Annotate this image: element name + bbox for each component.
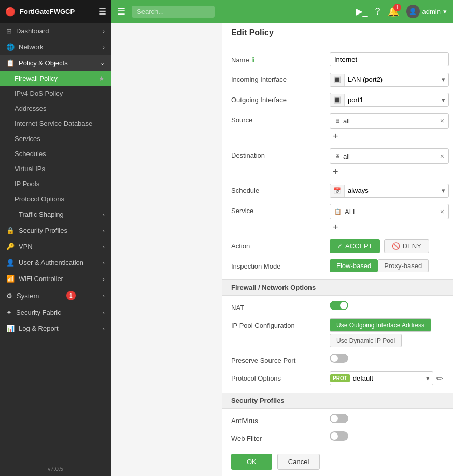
preserve-source-toggle[interactable]: [330, 354, 348, 363]
proxy-based-label: Proxy-based: [384, 262, 422, 270]
search-input[interactable]: [132, 6, 215, 18]
hamburger-icon[interactable]: ☰: [98, 7, 106, 17]
source-label: Source: [231, 113, 330, 124]
service-row: Service 📋 ALL × +: [231, 201, 444, 236]
web-filter-toggle[interactable]: [330, 431, 348, 441]
incoming-interface-select[interactable]: LAN (port2): [345, 73, 438, 86]
info-icon[interactable]: ℹ: [252, 55, 254, 64]
destination-add-btn[interactable]: +: [330, 166, 449, 177]
nat-label: NAT: [231, 301, 330, 312]
ok-label: OK: [247, 458, 257, 466]
use-outgoing-btn[interactable]: Use Outgoing Interface Address: [330, 318, 431, 332]
service-tag-close[interactable]: ×: [440, 207, 444, 216]
inspection-mode-label: Inspection Mode: [231, 259, 330, 270]
policy-icon: 📋: [6, 59, 15, 67]
preserve-source-toggle-wrap[interactable]: [330, 354, 444, 363]
sidebar-label: VPN: [19, 243, 33, 250]
incoming-interface-label: Incoming Interface: [231, 73, 330, 83]
sidebar-item-internet-service-db[interactable]: Internet Service Database: [0, 116, 111, 131]
user-icon: 👤: [6, 259, 15, 267]
sidebar-item-virtual-ips[interactable]: Virtual IPs: [0, 161, 111, 176]
destination-tag-close[interactable]: ×: [440, 152, 444, 160]
bell-wrap[interactable]: 🔔 1: [388, 6, 399, 17]
flow-based-label: Flow-based: [336, 262, 371, 270]
sidebar-item-security-profiles[interactable]: 🔒 Security Profiles ›: [0, 222, 111, 239]
sidebar-item-vpn[interactable]: 🔑 VPN ›: [0, 239, 111, 255]
sidebar-item-protocol-options[interactable]: Protocol Options: [0, 191, 111, 206]
flow-based-button[interactable]: Flow-based: [330, 259, 378, 272]
sidebar-item-network[interactable]: 🌐 Network ›: [0, 39, 111, 55]
service-label: Service: [231, 204, 330, 215]
sidebar-item-user-auth[interactable]: 👤 User & Authentication ›: [0, 255, 111, 271]
proto-edit-icon[interactable]: ✏: [436, 374, 443, 383]
service-tag-label: ALL: [345, 208, 437, 216]
main-content: Edit Policy Name ℹ Incoming Interface 🔳 …: [222, 23, 453, 476]
action-row: Action ✓ ACCEPT 🚫 DENY: [231, 236, 444, 256]
sidebar-item-security-fabric[interactable]: ✦ Security Fabric ›: [0, 304, 111, 320]
cancel-button[interactable]: Cancel: [277, 454, 320, 470]
outgoing-interface-select[interactable]: port1: [345, 93, 438, 106]
accept-label: ACCEPT: [345, 242, 373, 250]
accept-button[interactable]: ✓ ACCEPT: [330, 239, 380, 253]
ip-pool-config-row: IP Pool Configuration Use Outgoing Inter…: [231, 315, 444, 351]
sidebar-label: Virtual IPs: [15, 165, 45, 173]
ok-button[interactable]: OK: [231, 454, 272, 470]
name-row: Name ℹ: [231, 49, 444, 69]
system-badge: 1: [66, 291, 76, 300]
outgoing-interface-label: Outgoing Interface: [231, 93, 330, 104]
deny-button[interactable]: 🚫 DENY: [384, 239, 429, 253]
arrow-icon: ›: [103, 326, 105, 332]
service-add-btn[interactable]: +: [330, 221, 449, 233]
menu-icon[interactable]: ☰: [117, 6, 125, 17]
sidebar-item-addresses[interactable]: Addresses: [0, 101, 111, 116]
admin-label: admin: [422, 8, 441, 16]
bell-badge: 1: [393, 4, 401, 11]
log-icon: 📊: [6, 325, 15, 332]
nat-toggle-wrap[interactable]: [330, 301, 444, 310]
fortinet-icon: 🔴: [5, 7, 16, 17]
destination-tag-icon: 🖥: [334, 153, 340, 159]
sidebar-item-wifi-controller[interactable]: 📶 WiFi Controller ›: [0, 271, 111, 287]
sidebar-item-policy-objects[interactable]: 📋 Policy & Objects ⌄: [0, 55, 111, 71]
admin-menu[interactable]: 👤 admin ▾: [406, 5, 447, 18]
sidebar-item-traffic-shaping[interactable]: Traffic Shaping ›: [0, 206, 111, 222]
sidebar-item-firewall-policy[interactable]: Firewall Policy ★: [0, 71, 111, 86]
form-body: Name ℹ Incoming Interface 🔳 LAN (port2) …: [222, 43, 453, 476]
nat-toggle[interactable]: [330, 301, 348, 310]
nat-row: NAT: [231, 298, 444, 315]
sidebar-item-schedules[interactable]: Schedules: [0, 146, 111, 161]
security-icon: 🔒: [6, 227, 15, 234]
arrow-icon: ⌄: [100, 60, 105, 66]
terminal-icon[interactable]: ▶_: [356, 6, 368, 17]
sidebar-item-log-report[interactable]: 📊 Log & Report ›: [0, 320, 111, 337]
proxy-based-button[interactable]: Proxy-based: [378, 259, 429, 272]
use-dynamic-pool-btn[interactable]: Use Dynamic IP Pool: [330, 334, 402, 347]
name-input[interactable]: [330, 52, 449, 66]
toggle-knob: [340, 302, 347, 309]
web-filter-label: Web Filter: [231, 431, 330, 442]
protocol-options-select[interactable]: default: [350, 372, 423, 385]
sidebar-label: Services: [15, 135, 40, 143]
antivirus-toggle[interactable]: [330, 414, 348, 423]
sidebar-item-system[interactable]: ⚙ System 1 ›: [0, 287, 111, 304]
service-tag-field: 📋 ALL ×: [330, 204, 449, 219]
protocol-options-row: Protocol Options PROT default ▾ ✏: [231, 368, 444, 388]
destination-row: Destination 🖥 all × +: [231, 145, 444, 180]
schedule-select[interactable]: always: [345, 184, 438, 197]
dashboard-icon: ⊞: [6, 27, 12, 35]
sidebar-item-services[interactable]: Services: [0, 131, 111, 146]
sidebar-label: Network: [19, 43, 44, 51]
system-icon: ⚙: [6, 292, 12, 300]
source-add-btn[interactable]: +: [330, 131, 449, 142]
source-tag-close[interactable]: ×: [440, 117, 444, 125]
sidebar-item-ipv4-dos[interactable]: IPv4 DoS Policy: [0, 86, 111, 101]
sidebar-item-dashboard[interactable]: ⊞ Dashboard ›: [0, 23, 111, 39]
star-icon[interactable]: ★: [98, 75, 105, 82]
vpn-icon: 🔑: [6, 243, 15, 250]
use-outgoing-label: Use Outgoing Interface Address: [336, 321, 424, 329]
ip-pool-control: Use Outgoing Interface Address Use Dynam…: [330, 318, 444, 347]
security-profiles-section-header: Security Profiles: [222, 393, 453, 409]
sidebar-item-ip-pools[interactable]: IP Pools: [0, 176, 111, 191]
help-icon[interactable]: ?: [375, 6, 380, 17]
page-title: Edit Policy: [222, 23, 453, 43]
